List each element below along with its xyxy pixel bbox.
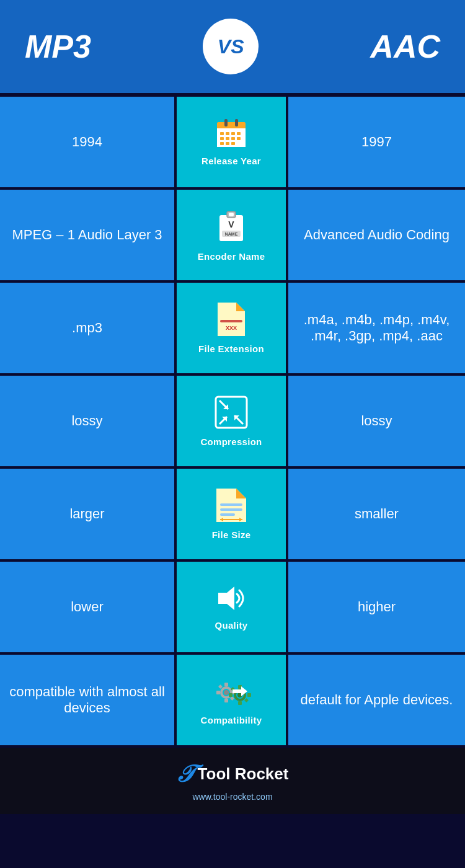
row-compatibility: compatible with almost all devices	[0, 655, 465, 748]
aac-compression: lossy	[288, 376, 465, 466]
row-file-extension: .mp3 XXX File Extension .m4a, .m4b, .m4p…	[0, 283, 465, 376]
svg-rect-37	[220, 513, 235, 516]
brand-logo: 𝒯	[177, 760, 192, 788]
compatibility-icon	[211, 675, 251, 711]
speaker-icon	[215, 584, 248, 616]
mp3-file-size: larger	[0, 469, 177, 559]
row-quality: lower Quality higher	[0, 562, 465, 655]
svg-rect-9	[220, 137, 224, 140]
svg-rect-7	[231, 132, 235, 135]
file-size-icon	[216, 489, 246, 526]
svg-rect-54	[229, 693, 232, 697]
middle-file-extension: XXX File Extension	[177, 283, 288, 373]
svg-marker-34	[236, 489, 246, 498]
release-year-label: Release Year	[202, 156, 261, 166]
badge-icon: V NAME	[216, 209, 247, 247]
svg-rect-24	[220, 320, 242, 322]
encoder-name-label: Encoder Name	[198, 251, 265, 262]
middle-quality: Quality	[177, 562, 288, 652]
mp3-encoder-name: MPEG – 1 Audio Layer 3	[0, 190, 177, 280]
svg-rect-53	[238, 701, 242, 705]
vs-badge: VS	[203, 19, 259, 74]
aac-quality: higher	[288, 562, 465, 652]
footer-url: www.tool-rocket.com	[192, 792, 272, 802]
mp3-release-year: 1994	[0, 97, 177, 187]
mp3-quality: lower	[0, 562, 177, 652]
mp3-title: MP3	[25, 28, 91, 65]
svg-rect-55	[247, 693, 251, 697]
svg-rect-14	[226, 142, 229, 145]
row-file-size: larger File Size smaller	[0, 469, 465, 562]
svg-rect-36	[220, 508, 242, 511]
svg-rect-46	[216, 691, 220, 694]
file-size-label: File Size	[212, 529, 251, 540]
row-encoder-name: MPEG – 1 Audio Layer 3 V NAME Encoder Na…	[0, 190, 465, 283]
svg-marker-41	[218, 587, 234, 610]
svg-marker-23	[236, 303, 245, 311]
middle-compression: Compression	[177, 376, 288, 466]
middle-release-year: Release Year	[177, 97, 288, 187]
brand: 𝒯 Tool Rocket	[177, 760, 289, 788]
aac-release-year: 1997	[288, 97, 465, 187]
brand-name: Tool Rocket	[198, 764, 289, 784]
svg-rect-35	[220, 503, 242, 506]
middle-compatibility: Compatibility	[177, 655, 288, 745]
svg-point-43	[224, 690, 229, 695]
aac-compatibility: default for Apple devices.	[288, 655, 465, 745]
svg-rect-15	[231, 142, 235, 145]
svg-text:XXX: XXX	[226, 325, 237, 331]
aac-file-size: smaller	[288, 469, 465, 559]
file-extension-label: File Extension	[198, 343, 264, 354]
svg-rect-59	[232, 689, 241, 693]
quality-label: Quality	[215, 620, 248, 631]
svg-rect-6	[226, 132, 229, 135]
svg-rect-18	[229, 213, 234, 216]
row-release-year: 1994 Rel	[0, 97, 465, 190]
compression-icon	[215, 396, 248, 433]
svg-text:NAME: NAME	[225, 232, 238, 236]
header: MP3 VS AAC	[0, 0, 465, 97]
row-compression: lossy Compression lossy	[0, 376, 465, 469]
middle-encoder-name: V NAME Encoder Name	[177, 190, 288, 280]
compression-label: Compression	[200, 436, 262, 447]
footer: 𝒯 Tool Rocket www.tool-rocket.com	[0, 748, 465, 814]
aac-title: AAC	[370, 28, 440, 65]
svg-rect-8	[237, 132, 241, 135]
svg-rect-45	[224, 699, 228, 702]
svg-rect-44	[224, 683, 228, 686]
svg-rect-4	[235, 119, 238, 126]
mp3-compression: lossy	[0, 376, 177, 466]
compatibility-label: Compatibility	[201, 715, 262, 725]
svg-rect-3	[224, 119, 228, 126]
svg-rect-13	[220, 142, 224, 145]
middle-file-size: File Size	[177, 469, 288, 559]
svg-rect-57	[244, 698, 249, 702]
calendar-icon	[216, 118, 247, 152]
svg-rect-11	[231, 137, 235, 140]
svg-text:V: V	[228, 219, 234, 229]
svg-rect-5	[220, 132, 224, 135]
mp3-compatibility: compatible with almost all devices	[0, 655, 177, 745]
file-icon: XXX	[218, 303, 245, 340]
svg-rect-12	[237, 137, 241, 140]
aac-encoder-name: Advanced Audio Coding	[288, 190, 465, 280]
aac-file-extension: .m4a, .m4b, .m4p, .m4v, .m4r, .3gp, .mp4…	[288, 283, 465, 373]
mp3-file-extension: .mp3	[0, 283, 177, 373]
svg-rect-10	[226, 137, 229, 140]
